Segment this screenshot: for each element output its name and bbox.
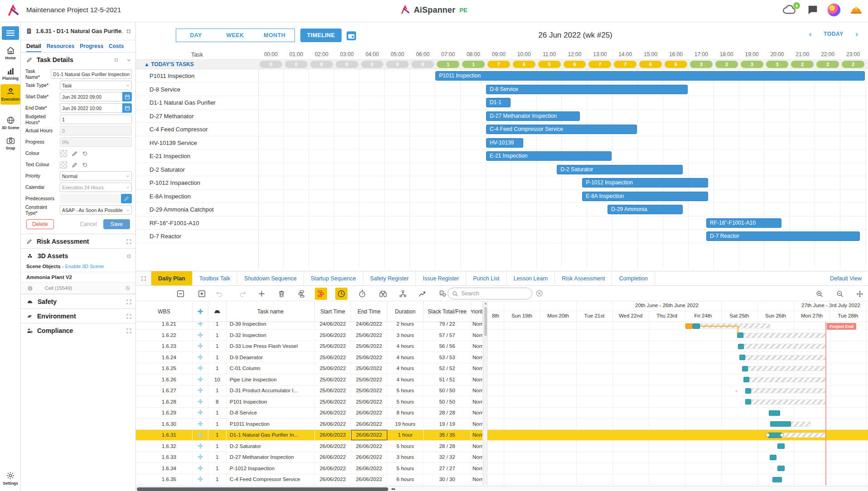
delete-task-button[interactable] xyxy=(275,288,288,300)
tab-safety-register[interactable]: Safety Register xyxy=(363,271,416,285)
chevron-down-icon[interactable] xyxy=(126,57,132,63)
table-row[interactable]: 1.6.32✚1D-2 Saturator26/06/202226/06/202… xyxy=(136,441,483,452)
gantt-bar[interactable]: E-21 Inspection xyxy=(486,151,612,161)
add-subtask-button[interactable]: ✚ xyxy=(193,322,208,329)
gantt-bar[interactable]: C-4 Feed Compressor Service xyxy=(486,125,637,134)
tab-risk-assessment[interactable]: Risk Assessment xyxy=(555,271,612,285)
gantt-bar[interactable] xyxy=(770,455,776,460)
gantt-bar[interactable]: D-2 Saturator xyxy=(557,165,682,174)
next-day-button[interactable]: › xyxy=(855,29,858,38)
table-row[interactable]: 1.6.21✚1D-39 Inspection24/06/202224/06/2… xyxy=(136,322,483,330)
column-header-plus[interactable]: ✚ xyxy=(193,301,208,322)
zoom-out-button[interactable] xyxy=(834,288,846,300)
sidebar-item-3d-scene[interactable]: 3D Scene xyxy=(0,113,21,133)
helmet-column-icon[interactable] xyxy=(208,301,227,322)
sidebar-item-settings[interactable]: Settings xyxy=(0,471,21,486)
end-date-field[interactable]: Jun 26 2022 10:00 xyxy=(60,103,123,113)
fit-view-button[interactable] xyxy=(854,288,866,300)
find-button[interactable] xyxy=(377,288,389,300)
search-input[interactable] xyxy=(461,290,520,297)
time-view-button[interactable] xyxy=(335,288,347,300)
column-header-duration[interactable]: Duration xyxy=(387,301,424,322)
undo-button[interactable] xyxy=(213,288,226,300)
sidebar-item-home[interactable]: Home xyxy=(0,43,21,63)
table-row[interactable]: 1.6.31✚1D1-1 Natural Gas Purifier In...2… xyxy=(136,430,483,441)
expand-icon[interactable] xyxy=(126,328,132,334)
calendar-select[interactable]: Execution 24 Hours xyxy=(60,183,132,192)
cancel-button[interactable]: Cancel xyxy=(80,221,96,227)
constraint-type-select[interactable]: ASAP - As Soon As Possible xyxy=(60,205,132,215)
clear-search-button[interactable] xyxy=(535,289,543,297)
view-timeline-button[interactable]: TIMELINE xyxy=(300,29,342,42)
table-row[interactable]: 1.6.34✚1P-1012 Inspaection26/06/202226/0… xyxy=(136,463,483,474)
expand-icon[interactable] xyxy=(126,299,132,305)
progress-line-button[interactable] xyxy=(416,288,428,300)
gantt-bar[interactable]: P-1012 Inspaection xyxy=(582,178,708,188)
table-row[interactable]: 1.6.22✚1D-32 Inspection25/06/202225/06/2… xyxy=(136,330,483,341)
table-row[interactable]: 1.6.23✚1D-33 Low Press Flash Vessel25/06… xyxy=(136,341,483,352)
add-subtask-button[interactable]: ✚ xyxy=(193,452,208,463)
tab-detail[interactable]: Detail xyxy=(26,43,41,52)
start-date-field[interactable]: Jun 26 2022 09:00 xyxy=(60,92,123,101)
expand-icon[interactable] xyxy=(126,313,132,319)
tab-startup-sequence[interactable]: Startup Sequence xyxy=(304,271,363,285)
column-header-end[interactable]: End Time xyxy=(351,301,387,322)
redo-button[interactable] xyxy=(236,288,249,300)
gantt-bar[interactable] xyxy=(770,421,791,427)
unlink-icon[interactable] xyxy=(125,285,131,291)
priority-select[interactable]: Normal xyxy=(60,171,132,181)
add-subtask-button[interactable]: ✚ xyxy=(193,363,208,374)
gantt-bar[interactable]: D-8 Service xyxy=(486,85,688,94)
column-header-start[interactable]: Start Time xyxy=(315,301,351,322)
view-day-button[interactable]: DAY xyxy=(176,29,216,42)
add-subtask-button[interactable]: ✚ xyxy=(193,419,208,429)
calendar-picker-button[interactable] xyxy=(346,30,357,41)
group-button[interactable] xyxy=(295,288,308,300)
compliance-section-header[interactable]: Compliance xyxy=(21,323,135,337)
task-details-section-header[interactable]: Task Details xyxy=(21,52,135,67)
view-month-button[interactable]: MONTH xyxy=(255,29,295,42)
add-subtask-button[interactable]: ✚ xyxy=(193,430,208,441)
avatar[interactable] xyxy=(827,3,841,17)
gantt-bar[interactable]: D-7 Reactor xyxy=(706,231,860,241)
add-subtask-button[interactable]: ✚ xyxy=(193,341,208,352)
calendar-icon[interactable] xyxy=(122,92,132,101)
vertical-scrollbar[interactable]: ▲ xyxy=(483,301,487,485)
sidebar-item-snap[interactable]: Snap xyxy=(0,133,21,154)
predecessors-field[interactable] xyxy=(60,194,120,203)
tab-costs[interactable]: Costs xyxy=(109,43,124,52)
3d-assets-section-header[interactable]: 3D Assets xyxy=(21,248,135,263)
scrollbar-thumb[interactable] xyxy=(137,487,388,491)
hardhat-button[interactable] xyxy=(849,3,863,17)
tab-progress[interactable]: Progress xyxy=(80,43,103,52)
table-row[interactable]: 1.6.24✚1D-9 Deaerator25/06/202225/06/202… xyxy=(136,352,483,363)
table-row[interactable]: 1.6.25✚1C-01 Column25/06/202225/06/20224… xyxy=(136,363,483,375)
column-header-wbs[interactable]: WBS xyxy=(136,301,193,322)
expand-rows-button[interactable] xyxy=(196,288,208,300)
tab-issue-register[interactable]: Issue Register xyxy=(416,271,466,285)
asset-cell-row[interactable]: Cell (15549) xyxy=(21,282,135,294)
add-subtask-button[interactable]: ✚ xyxy=(193,352,208,363)
tab-completion[interactable]: Completion xyxy=(612,271,655,285)
tab-lesson-learn[interactable]: Lesson Learn xyxy=(507,271,555,285)
delete-button[interactable]: Delete xyxy=(26,219,54,229)
table-row[interactable]: 1.6.28✚8P101 Inspection25/06/202225/06/2… xyxy=(136,396,483,408)
tab-resources[interactable]: Resources xyxy=(47,43,74,52)
default-view-button[interactable]: Default View xyxy=(830,271,862,286)
gantt-bar[interactable]: E-8A Inspection xyxy=(582,192,708,201)
add-task-button[interactable] xyxy=(256,288,268,300)
enable-3d-scene-link[interactable]: Enable 3D Scene xyxy=(65,264,104,269)
tab-punch-list[interactable]: Punch List xyxy=(466,271,506,285)
table-row[interactable]: 1.6.26✚10Pipe Line Inspection25/06/20222… xyxy=(136,374,483,385)
column-header-slack[interactable]: Slack Total/Free xyxy=(424,301,471,322)
gantt-bar[interactable] xyxy=(777,443,785,449)
timer-button[interactable] xyxy=(356,288,368,300)
zoom-in-button[interactable] xyxy=(813,288,825,300)
task-name-field[interactable]: D1-1 Natural Gas Purifier Inspection xyxy=(51,69,132,79)
collapse-all-icon[interactable] xyxy=(126,253,132,259)
tab-daily-plan[interactable]: Daily Plan xyxy=(151,271,193,285)
gantt-bar[interactable] xyxy=(738,344,744,349)
prev-day-button[interactable]: ‹ xyxy=(809,29,811,38)
gantt-bar[interactable]: D1-1 xyxy=(486,98,511,107)
table-row[interactable]: 1.6.29✚1D-8 Service26/06/202226/06/20228… xyxy=(136,408,483,419)
